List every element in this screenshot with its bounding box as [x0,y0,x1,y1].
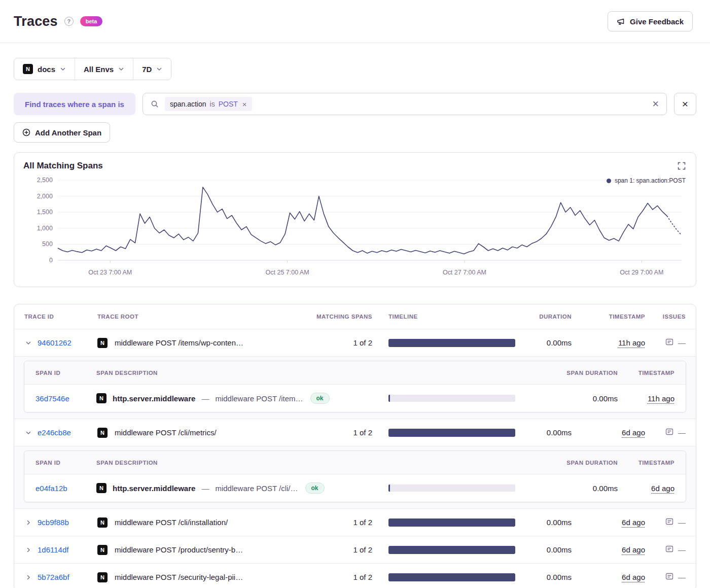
svg-text:1,500: 1,500 [37,209,53,216]
timestamp-value[interactable]: 6d ago [622,573,645,581]
chevron-down-icon[interactable] [24,339,32,347]
table-row[interactable]: 5b72a6bf N middleware POST /security-leg… [14,563,696,588]
duration-value: 0.00ms [518,518,572,527]
timestamp-value[interactable]: 6d ago [622,518,645,527]
trace-root-label: middleware POST /cli/metrics/ [115,428,217,437]
matching-spans-value: 1 of 2 [300,573,372,581]
search-input[interactable]: span.action is POST × × [143,93,667,115]
span-timeline-tick [388,395,390,402]
platform-icon: N [97,572,108,582]
span-row[interactable]: e04fa12b N http.server.middleware — midd… [24,474,686,502]
col-span-id: SPAN ID [24,370,96,376]
platform-icon: N [97,517,108,528]
table-row[interactable]: 94601262 N middleware POST /items/wp-con… [14,329,696,356]
legend-label: span 1: span.action:POST [615,177,686,184]
traces-table-header: TRACE ID TRACE ROOT MATCHING SPANS TIMEL… [14,304,696,329]
span-op: http.server.middleware [113,394,195,403]
svg-text:Oct 23 7:00 AM: Oct 23 7:00 AM [88,269,132,276]
timeline-bar[interactable] [388,339,515,347]
trace-id-link[interactable]: 1d6114df [38,545,68,554]
environment-filter[interactable]: All Envs [75,58,133,80]
chart-legend[interactable]: span 1: span.action:POST [607,177,686,184]
issues-icon [665,572,673,582]
add-another-span-label: Add Another Span [35,128,101,137]
chevron-down-icon[interactable] [24,429,32,437]
timestamp-value[interactable]: 6d ago [622,545,645,554]
platform-icon: N [97,428,108,438]
span-description: middleware POST /item… [215,394,303,403]
all-matching-spans-panel: All Matching Spans span 1: span.action:P… [14,152,696,287]
trace-id-link[interactable]: 9cb9f88b [38,518,69,527]
span-timestamp-value[interactable]: 6d ago [651,484,674,493]
trace-root-label: middleware POST /cli/installation/ [115,518,228,527]
issues-icon [665,517,673,527]
span-timeline-track[interactable] [388,485,515,492]
matching-spans-value: 1 of 2 [300,518,372,527]
status-badge: ok [305,482,325,494]
span-row[interactable]: 36d7546e N http.server.middleware — midd… [24,385,686,412]
trace-id-link[interactable]: 5b72a6bf [38,573,69,581]
add-another-span-button[interactable]: Add Another Span [14,122,110,143]
environment-filter-label: All Envs [84,65,114,74]
matching-spans-value: 1 of 2 [300,545,372,554]
time-period-filter[interactable]: 7D [133,58,171,80]
clear-search-icon[interactable]: × [652,98,659,110]
separator-dash: — [201,484,209,493]
chevron-down-icon [118,66,124,72]
table-row[interactable]: 1d6114df N middleware POST /product/sent… [14,536,696,563]
chevron-right-icon[interactable] [24,518,32,527]
chevron-right-icon[interactable] [24,546,32,554]
status-badge: ok [310,393,330,404]
remove-span-filter-button[interactable]: × [674,93,696,115]
platform-icon: N [96,483,106,493]
chevron-down-icon [156,66,162,72]
col-trace-id: TRACE ID [24,314,97,320]
page-header: Traces ? beta Give Feedback [0,0,710,43]
chevron-right-icon[interactable] [24,573,32,581]
span-op: http.server.middleware [113,484,195,493]
token-operator: is [210,100,215,108]
issues-icon [665,545,673,555]
timeline-bar[interactable] [388,429,515,437]
fullscreen-icon[interactable] [677,161,687,171]
span-id-link[interactable]: 36d7546e [36,394,69,403]
matching-spans-value: 1 of 2 [300,338,372,347]
spans-time-series-chart[interactable]: 05001,0001,5002,0002,500Oct 23 7:00 AMOc… [23,175,687,282]
svg-text:1,000: 1,000 [37,225,53,232]
timestamp-value[interactable]: 6d ago [622,428,645,437]
table-row[interactable]: 9cb9f88b N middleware POST /cli/installa… [14,508,696,536]
page-title: Traces [14,14,58,29]
table-row[interactable]: e246cb8e N middleware POST /cli/metrics/… [14,419,696,446]
trace-id-link[interactable]: 94601262 [38,338,72,347]
separator-dash: — [201,394,209,403]
platform-icon: N [96,393,106,403]
col-span-description: SPAN DESCRIPTION [96,460,372,466]
span-timestamp-value[interactable]: 11h ago [648,394,674,403]
token-key: span.action [170,100,206,108]
svg-text:Oct 27 7:00 AM: Oct 27 7:00 AM [443,269,486,276]
chart-title: All Matching Spans [23,161,103,171]
trace-id-link[interactable]: e246cb8e [38,428,71,437]
timestamp-value[interactable]: 11h ago [618,338,645,347]
timeline-bar[interactable] [388,573,515,581]
token-remove-icon[interactable]: × [242,100,247,108]
project-filter[interactable]: N docs [14,58,75,80]
help-icon[interactable]: ? [64,17,74,26]
span-timeline-track[interactable] [388,395,515,402]
col-span-timestamp: TIMESTAMP [618,460,686,466]
give-feedback-button[interactable]: Give Feedback [608,11,693,31]
span-description: middleware POST /cli/… [215,484,298,493]
col-span-description: SPAN DESCRIPTION [96,370,372,376]
expanded-spans-panel: SPAN ID SPAN DESCRIPTION SPAN DURATION T… [14,356,696,419]
timeline-bar[interactable] [388,518,515,527]
issues-empty-dash: — [678,518,686,527]
timeline-bar[interactable] [388,546,515,554]
filter-token[interactable]: span.action is POST × [165,97,252,111]
span-id-link[interactable]: e04fa12b [36,484,67,493]
issues-empty-dash: — [678,428,686,437]
filter-bar: N docs All Envs 7D [14,58,171,80]
span-condition-label: Find traces where a span is [14,93,135,115]
give-feedback-label: Give Feedback [630,17,684,26]
project-filter-label: docs [38,65,55,74]
col-span-id: SPAN ID [24,460,96,466]
